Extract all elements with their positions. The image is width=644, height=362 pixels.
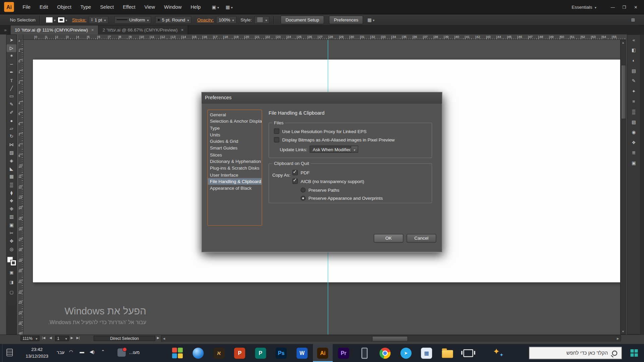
stepper-icon[interactable] (91, 18, 93, 22)
appearance-panel-icon[interactable]: ◉ (629, 129, 638, 136)
gradient-tool[interactable]: ▒ (7, 181, 16, 189)
maximize-button[interactable]: ❐ (619, 2, 630, 11)
zoom-tool[interactable]: ◎ (7, 245, 16, 253)
taskbar-app-illustrator[interactable]: Ai (313, 344, 333, 362)
artboards-panel-icon[interactable]: ▣ (629, 160, 638, 167)
taskbar-app-photoshop[interactable]: Ps (271, 344, 291, 362)
taskbar-app-mosaic[interactable] (168, 344, 187, 362)
menu-item-file[interactable]: File (18, 0, 35, 14)
document-setup-button[interactable]: Document Setup (280, 15, 324, 24)
taskbar-app-file-explorer[interactable] (438, 344, 458, 362)
pencil-tool[interactable]: ✐ (7, 109, 16, 117)
brush-definition-select[interactable]: 5 pt. Round (155, 16, 192, 23)
lasso-tool[interactable]: ∽ (7, 60, 16, 68)
blob-brush-tool[interactable]: ● (7, 117, 16, 125)
taskbar-app-hebrew[interactable]: א (209, 344, 229, 362)
stroke-panel-link[interactable]: Stroke: (72, 17, 87, 22)
blend-tool[interactable]: ❖ (7, 197, 16, 205)
graphic-styles-panel-icon[interactable]: ❖ (629, 139, 638, 146)
taskbar-search-input[interactable] (534, 350, 609, 356)
dropdown-arrow-icon[interactable] (351, 146, 358, 152)
vertical-ruler[interactable]: 2101234567891011121314151617181920212223… (18, 40, 23, 335)
free-transform-tool[interactable]: ▧ (7, 149, 16, 157)
ok-button[interactable]: OK (374, 234, 403, 243)
taskbar-search-box[interactable] (529, 347, 622, 359)
last-artboard-icon[interactable] (76, 336, 80, 340)
horizontal-scrollbar[interactable] (161, 335, 621, 341)
hidden-icons-chevron[interactable]: ⌃ (101, 349, 105, 355)
pref-category-smart-guides[interactable]: Smart Guides (208, 145, 262, 152)
language-indicator[interactable]: עבר (57, 350, 64, 355)
taskbar-app-table[interactable]: ▦ (417, 344, 437, 362)
direct-selection-tool[interactable]: ▷ (7, 44, 16, 52)
pen-tool[interactable]: ✒ (7, 68, 16, 76)
minimize-button[interactable]: — (607, 2, 619, 11)
tab-overflow-chevron-icon[interactable] (0, 25, 11, 35)
taskbar-app-premiere[interactable]: Pr (334, 344, 354, 362)
artboard-tool[interactable]: ▣ (7, 221, 16, 229)
close-button[interactable]: ✕ (630, 2, 641, 11)
update-links-select[interactable]: Ask When Modified (310, 146, 358, 153)
checkbox[interactable] (292, 179, 298, 184)
horizontal-scroll-thumb[interactable] (372, 336, 408, 342)
status-expand-icon[interactable] (157, 336, 160, 340)
stroke-color-box[interactable] (11, 260, 16, 265)
menu-item-edit[interactable]: Edit (35, 0, 53, 14)
fill-color-swatch[interactable] (46, 17, 55, 23)
close-tab-icon[interactable]: ✕ (181, 28, 183, 32)
workspace-switcher[interactable]: Essentials (572, 4, 596, 9)
taskbar-clock[interactable]: 23:42 13/12/2023 (22, 346, 52, 359)
wifi-icon[interactable]: ◠ (69, 349, 73, 355)
radio-button[interactable] (301, 196, 306, 201)
battery-icon[interactable]: ▬ (80, 349, 84, 354)
pref-category-user-interface[interactable]: User Interface (208, 171, 262, 178)
menu-item-window[interactable]: Window (160, 0, 186, 14)
width-tool[interactable]: ⋈ (7, 141, 16, 149)
task-view-button[interactable] (458, 344, 478, 362)
stroke-color-swatch[interactable] (58, 17, 67, 22)
expand-panels-icon[interactable]: « (629, 37, 638, 44)
eraser-tool[interactable]: ▱ (7, 125, 16, 133)
pref-category-plug-ins-scratch-disks[interactable]: Plug-ins & Scratch Disks (208, 165, 262, 171)
cancel-button[interactable]: Cancel (407, 234, 436, 243)
notification-app-icon[interactable] (117, 349, 125, 357)
vertical-scrollbar[interactable] (620, 40, 626, 335)
artboard-navigation-select[interactable]: 1 (55, 336, 69, 341)
taskbar-app-word[interactable]: W (292, 344, 312, 362)
menu-item-select[interactable]: Select (96, 0, 118, 14)
previous-artboard-icon[interactable] (49, 336, 52, 340)
menu-item-view[interactable]: View (140, 0, 160, 14)
menu-item-object[interactable]: Object (53, 0, 76, 14)
transparency-panel-icon[interactable]: ▨ (629, 119, 638, 126)
color-guide-panel-icon[interactable]: ◐ (629, 57, 638, 64)
type-tool[interactable]: T (7, 76, 16, 84)
eyedropper-tool[interactable]: ⧫ (7, 189, 16, 197)
start-button[interactable] (624, 344, 644, 362)
document-tab[interactable]: 2 עמוד.ai @ 66.67% (CMYK/Preview)✕ (98, 25, 188, 35)
scroll-left-icon[interactable] (161, 336, 167, 341)
dialog-title-bar[interactable]: Preferences (202, 93, 442, 104)
pref-category-dictionary-hyphenation[interactable]: Dictionary & Hyphenation (208, 158, 262, 165)
stroke-weight-select[interactable]: 1 pt (89, 16, 108, 23)
checkbox[interactable] (292, 170, 298, 175)
action-center-icon[interactable] (7, 349, 13, 356)
pref-category-file-handling-clipboard[interactable]: File Handling & Clipboard (208, 178, 262, 185)
magic-wand-tool[interactable]: ✶ (7, 52, 16, 60)
perspective-grid-tool[interactable]: ◣ (7, 165, 16, 173)
taskbar-app-chrome[interactable] (375, 344, 395, 362)
variable-width-profile-select[interactable]: Uniform (114, 16, 151, 23)
opacity-select[interactable]: 100% (216, 16, 236, 23)
symbols-panel-icon[interactable]: ✦ (629, 88, 638, 95)
pref-category-units[interactable]: Units (208, 131, 262, 138)
pref-category-appearance-of-black[interactable]: Appearance of Black (208, 185, 262, 191)
pref-category-general[interactable]: General (208, 111, 262, 118)
zoom-level-select[interactable]: 111% (20, 336, 39, 341)
search-highlights-icon[interactable] (491, 346, 507, 359)
layers-panel-icon[interactable]: ≣ (629, 149, 638, 157)
document-layout-icon[interactable] (225, 4, 232, 10)
hand-tool[interactable]: ✥ (7, 237, 16, 245)
pref-category-selection-anchor-display[interactable]: Selection & Anchor Display (208, 118, 262, 125)
control-panel-menu-icon[interactable] (367, 17, 374, 22)
arrange-documents-icon[interactable] (212, 4, 219, 10)
fill-stroke-widget[interactable] (7, 256, 16, 265)
